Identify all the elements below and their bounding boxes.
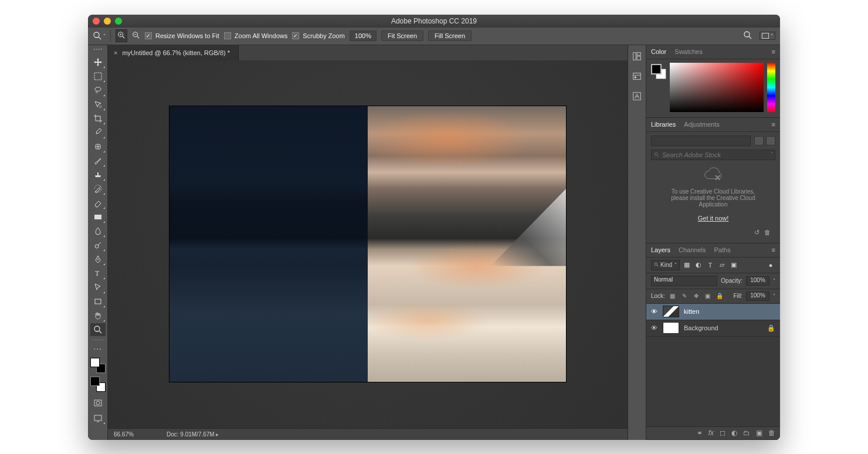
adjustment-layer-icon[interactable]: ◐ [731, 429, 737, 437]
opacity-input[interactable]: 100% [746, 276, 769, 286]
zoom-in-icon[interactable] [116, 29, 127, 42]
color-panel-menu-icon[interactable]: ≡ [772, 48, 775, 55]
tools-panel: T ··· [88, 45, 108, 440]
rectangle-tool[interactable] [90, 295, 106, 308]
marquee-tool[interactable] [90, 70, 106, 83]
zoom-status[interactable]: 66.67% [114, 431, 149, 438]
quick-mask-icon[interactable] [90, 397, 106, 409]
libraries-panel-menu-icon[interactable]: ≡ [772, 121, 775, 128]
library-trash-icon[interactable]: 🗑 [764, 229, 771, 239]
filter-adjustment-icon[interactable]: ◐ [694, 260, 703, 270]
doc-info-status[interactable]: Doc: 9.01M/7.67M [167, 431, 219, 438]
zoom-all-windows-checkbox[interactable]: Zoom All Windows [224, 32, 287, 39]
toolbar-handle-icon[interactable] [90, 49, 106, 52]
layer-thumbnail[interactable] [663, 306, 679, 317]
new-layer-icon[interactable]: ▣ [756, 429, 762, 437]
link-layers-icon[interactable]: ⚭ [697, 429, 703, 437]
layer-visibility-icon[interactable]: 👁 [651, 308, 658, 315]
fill-screen-button[interactable]: Fill Screen [428, 31, 472, 41]
color-saturation-picker[interactable] [670, 63, 764, 112]
move-tool[interactable] [90, 56, 106, 69]
lock-pixels-icon[interactable]: ✎ [680, 293, 689, 299]
layer-mask-icon[interactable]: ◻ [720, 429, 725, 437]
library-select-dropdown[interactable] [651, 135, 751, 146]
filter-toggle-icon[interactable]: ● [766, 260, 775, 270]
eyedropper-tool[interactable] [90, 126, 106, 139]
library-list-view-icon[interactable] [766, 136, 775, 145]
adjustments-tab[interactable]: Adjustments [684, 121, 720, 128]
blur-tool[interactable] [90, 225, 106, 238]
character-panel-icon[interactable] [632, 91, 642, 103]
pen-tool[interactable] [90, 253, 106, 266]
quick-select-tool[interactable] [90, 98, 106, 111]
layer-thumbnail[interactable] [663, 322, 679, 334]
healing-brush-tool[interactable] [90, 140, 106, 153]
layers-panel-menu-icon[interactable]: ≡ [772, 246, 775, 253]
path-select-tool[interactable] [90, 281, 106, 294]
filter-smart-icon[interactable]: ▣ [729, 260, 738, 270]
library-sync-icon[interactable]: ↺ [754, 229, 760, 239]
color-tab[interactable]: Color [651, 48, 666, 55]
edit-toolbar-button[interactable]: ··· [93, 344, 102, 354]
clone-stamp-tool[interactable] [90, 168, 106, 181]
canvas-viewport[interactable] [108, 60, 628, 428]
layers-tab[interactable]: Layers [651, 246, 670, 253]
history-brush-tool[interactable] [90, 182, 106, 195]
default-colors-icon[interactable] [90, 358, 106, 373]
foreground-background-swatch[interactable] [90, 377, 106, 392]
library-grid-view-icon[interactable] [754, 136, 764, 145]
layer-group-icon[interactable]: 🗀 [743, 429, 750, 437]
paths-tab[interactable]: Paths [714, 246, 731, 253]
crop-tool[interactable] [90, 112, 106, 125]
eraser-tool[interactable] [90, 196, 106, 209]
layer-item-kitten[interactable]: 👁 kitten [646, 304, 780, 320]
workspace-switcher-icon[interactable]: ˅ [760, 32, 775, 40]
resize-windows-checkbox[interactable]: Resize Windows to Fit [145, 32, 219, 39]
type-tool[interactable]: T [90, 267, 106, 280]
layer-name: kitten [684, 308, 699, 315]
swatches-tab[interactable]: Swatches [674, 48, 703, 55]
document-tab[interactable]: × myUntitled @ 66.7% (kitten, RGB/8) * [108, 45, 239, 60]
fit-screen-button[interactable]: Fit Screen [381, 31, 423, 41]
close-tab-icon[interactable]: × [114, 49, 117, 56]
svg-line-38 [657, 155, 659, 157]
zoom-out-icon[interactable] [132, 31, 140, 40]
layer-filter-kind-dropdown[interactable]: Kind˅ [651, 260, 680, 270]
screen-mode-icon[interactable] [90, 412, 106, 425]
history-panel-icon[interactable] [632, 51, 642, 63]
brush-tool[interactable] [90, 154, 106, 167]
search-icon[interactable] [743, 31, 752, 41]
blend-mode-dropdown[interactable]: Normal [651, 276, 717, 286]
delete-layer-icon[interactable]: 🗑 [768, 429, 775, 437]
properties-panel-icon[interactable] [632, 71, 642, 83]
color-fg-bg-swatch[interactable] [651, 64, 666, 79]
filter-type-icon[interactable]: T [706, 260, 715, 270]
zoom-tool[interactable] [90, 323, 106, 336]
zoom-percent-button[interactable]: 100% [350, 31, 377, 41]
filter-pixel-icon[interactable]: ▦ [682, 260, 691, 270]
gradient-tool[interactable] [90, 211, 106, 223]
lock-position-icon[interactable]: ✥ [692, 293, 700, 299]
layer-item-background[interactable]: 👁 Background 🔒 [646, 320, 780, 337]
svg-line-10 [749, 36, 751, 39]
dodge-tool[interactable] [90, 239, 106, 252]
library-search-input[interactable]: Search Adobe Stock ˅ [651, 150, 775, 160]
color-hue-slider[interactable] [767, 63, 775, 112]
lock-artboard-icon[interactable]: ▣ [704, 293, 712, 299]
channels-tab[interactable]: Channels [679, 246, 706, 253]
layers-footer: ⚭ fx ◻ ◐ 🗀 ▣ 🗑 [646, 426, 780, 439]
zoom-tool-preset[interactable]: ˅ [93, 31, 106, 40]
lock-transparent-icon[interactable]: ▦ [669, 293, 677, 299]
canvas-image [169, 106, 566, 382]
libraries-tab[interactable]: Libraries [651, 121, 676, 128]
layer-visibility-icon[interactable]: 👁 [651, 324, 658, 331]
layer-style-icon[interactable]: fx [708, 429, 714, 437]
fill-input[interactable]: 100% [746, 292, 769, 301]
lock-all-icon[interactable]: 🔒 [716, 293, 724, 299]
lasso-tool[interactable] [90, 84, 106, 97]
scrubby-zoom-checkbox[interactable]: Scrubby Zoom [292, 32, 345, 39]
get-cc-link[interactable]: Get it now! [698, 215, 729, 222]
layers-list: 👁 kitten 👁 Background 🔒 [646, 304, 780, 426]
filter-shape-icon[interactable]: ▱ [717, 260, 727, 270]
hand-tool[interactable] [90, 309, 106, 322]
